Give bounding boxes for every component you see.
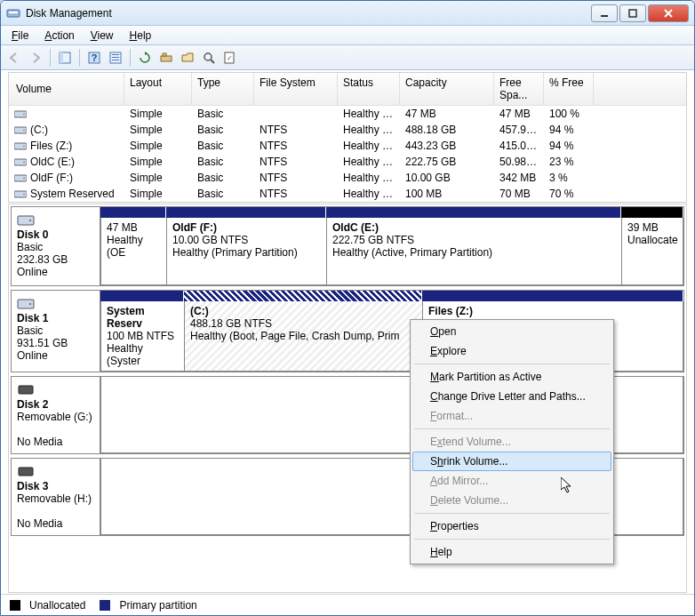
minimize-button[interactable] xyxy=(591,4,618,22)
volume-row[interactable]: Files (Z:)SimpleBasicNTFSHealthy (P...44… xyxy=(9,138,686,154)
back-button xyxy=(4,48,24,68)
volume-list-header[interactable]: Volume Layout Type File System Status Ca… xyxy=(9,73,686,106)
volume-row[interactable]: System ReservedSimpleBasicNTFSHealthy (S… xyxy=(9,186,686,202)
svg-rect-36 xyxy=(19,386,33,394)
svg-line-17 xyxy=(211,60,214,63)
ctx-extend-volume: Extend Volume... xyxy=(412,432,611,452)
svg-text:✓: ✓ xyxy=(227,54,233,62)
help-button[interactable]: ? xyxy=(84,48,104,68)
close-button[interactable] xyxy=(648,4,689,22)
menu-view[interactable]: View xyxy=(84,28,121,44)
svg-rect-1 xyxy=(9,12,18,13)
disk-0[interactable]: Disk 0 Basic 232.83 GB Online 47 MBHealt… xyxy=(11,206,684,286)
removable-disk-icon xyxy=(17,382,94,396)
disk-0-info: Disk 0 Basic 232.83 GB Online xyxy=(12,207,100,285)
forward-button xyxy=(26,48,45,68)
ctx-open[interactable]: Open xyxy=(412,322,611,341)
volume-row[interactable]: SimpleBasicHealthy (...47 MB47 MB100 % xyxy=(9,106,686,122)
properties-button[interactable]: ✓ xyxy=(220,48,240,68)
disk-icon xyxy=(17,212,94,227)
col-layout[interactable]: Layout xyxy=(124,73,192,105)
settings-button[interactable] xyxy=(106,48,125,68)
col-status[interactable]: Status xyxy=(338,73,400,105)
volume-row[interactable]: OldF (F:)SimpleBasicNTFSHealthy (P...10.… xyxy=(9,170,686,186)
svg-rect-13 xyxy=(112,60,119,60)
app-icon xyxy=(6,6,20,20)
ctx-explore[interactable]: Explore xyxy=(412,341,611,361)
ctx-format: Format... xyxy=(412,406,611,426)
ctx-mark-active[interactable]: Mark Partition as Active xyxy=(412,367,611,387)
toolbar: ? ✓ xyxy=(1,45,694,70)
svg-rect-34 xyxy=(18,300,34,308)
col-filesystem[interactable]: File System xyxy=(254,73,338,105)
svg-point-31 xyxy=(23,194,25,196)
ctx-properties[interactable]: Properties xyxy=(412,516,611,536)
disk-1-info: Disk 1 Basic 931.51 GB Online xyxy=(12,291,100,372)
svg-text:?: ? xyxy=(92,52,98,63)
disk0-unallocated[interactable]: 39 MBUnallocate xyxy=(621,218,683,285)
col-capacity[interactable]: Capacity xyxy=(400,73,494,105)
svg-point-33 xyxy=(29,220,31,221)
disk1-system-reserved[interactable]: System Reserv100 MB NTFSHealthy (Syster xyxy=(100,301,184,372)
ctx-shrink-volume[interactable]: Shrink Volume... xyxy=(412,452,611,471)
refresh-button[interactable] xyxy=(135,48,155,68)
svg-rect-28 xyxy=(14,175,27,181)
svg-point-21 xyxy=(23,114,25,116)
svg-point-29 xyxy=(23,178,25,180)
volume-row[interactable]: OldC (E:)SimpleBasicNTFSHealthy (...222.… xyxy=(9,154,686,170)
ctx-delete-volume: Delete Volume... xyxy=(412,491,611,510)
removable-disk-icon xyxy=(17,464,94,478)
volume-row[interactable]: (C:)SimpleBasicNTFSHealthy (B...488.18 G… xyxy=(9,122,686,138)
show-hide-tree-button[interactable] xyxy=(55,48,75,68)
svg-rect-30 xyxy=(14,191,27,197)
legend-unallocated-icon xyxy=(10,600,20,611)
ctx-add-mirror: Add Mirror... xyxy=(412,471,611,491)
volume-list[interactable]: Volume Layout Type File System Status Ca… xyxy=(8,72,687,203)
legend-primary-icon xyxy=(100,600,110,611)
svg-rect-15 xyxy=(163,53,166,56)
titlebar[interactable]: Disk Management xyxy=(1,1,694,26)
ctx-change-drive-letter[interactable]: Change Drive Letter and Paths... xyxy=(412,387,611,406)
disk-3-info: Disk 3 Removable (H:) No Media xyxy=(12,459,100,535)
col-type[interactable]: Type xyxy=(192,73,254,105)
legend-unallocated-label: Unallocated xyxy=(29,599,85,612)
disk0-oldf[interactable]: OldF (F:)10.00 GB NTFSHealthy (Primary P… xyxy=(166,218,326,285)
svg-rect-37 xyxy=(19,468,33,476)
disk1-c-drive[interactable]: (C:)488.18 GB NTFSHealthy (Boot, Page Fi… xyxy=(184,301,422,372)
col-pfree[interactable]: % Free xyxy=(544,73,594,105)
ctx-help[interactable]: Help xyxy=(412,542,611,562)
svg-rect-20 xyxy=(14,111,27,117)
svg-rect-14 xyxy=(161,56,172,61)
svg-rect-11 xyxy=(112,54,119,55)
rescan-button[interactable] xyxy=(156,48,176,68)
svg-rect-22 xyxy=(14,127,27,133)
svg-point-35 xyxy=(29,303,31,305)
svg-rect-7 xyxy=(60,52,63,63)
disk-management-window: Disk Management File Action View Help ? … xyxy=(0,0,695,616)
open-button[interactable] xyxy=(178,48,197,68)
window-title: Disk Management xyxy=(26,7,591,20)
svg-rect-26 xyxy=(14,159,27,165)
svg-point-23 xyxy=(23,130,25,132)
svg-rect-32 xyxy=(18,216,34,225)
disk-icon xyxy=(17,296,94,310)
svg-rect-3 xyxy=(629,10,636,17)
col-volume[interactable]: Volume xyxy=(9,73,124,105)
svg-point-25 xyxy=(23,146,25,148)
menu-help[interactable]: Help xyxy=(123,28,159,44)
legend: Unallocated Primary partition xyxy=(1,594,694,615)
maximize-button[interactable] xyxy=(619,4,646,22)
legend-primary-label: Primary partition xyxy=(119,599,196,612)
zoom-button[interactable] xyxy=(199,48,219,68)
context-menu: Open Explore Mark Partition as Active Ch… xyxy=(410,319,614,564)
svg-rect-12 xyxy=(112,57,119,58)
disk0-oldc[interactable]: OldC (E:)222.75 GB NTFSHealthy (Active, … xyxy=(326,218,621,285)
svg-point-27 xyxy=(23,162,25,164)
col-free[interactable]: Free Spa... xyxy=(494,73,544,105)
menu-action[interactable]: Action xyxy=(37,28,81,44)
svg-rect-24 xyxy=(14,143,27,149)
disk-2-info: Disk 2 Removable (G:) No Media xyxy=(12,377,100,453)
menubar: File Action View Help xyxy=(1,26,694,45)
menu-file[interactable]: File xyxy=(4,28,36,44)
disk0-part0[interactable]: 47 MBHealthy (OE xyxy=(100,218,166,285)
